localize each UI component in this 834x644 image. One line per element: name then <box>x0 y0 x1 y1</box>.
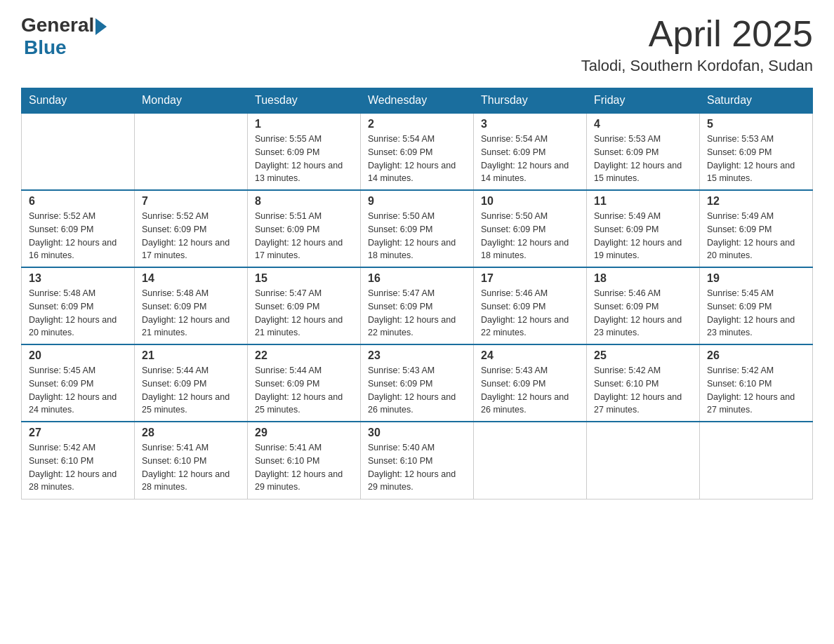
day-number: 23 <box>368 349 466 362</box>
weekday-header-wednesday: Wednesday <box>361 88 474 114</box>
day-number: 2 <box>368 118 466 130</box>
day-number: 22 <box>255 349 353 362</box>
day-number: 6 <box>29 195 127 208</box>
calendar-cell: 4Sunrise: 5:53 AMSunset: 6:09 PMDaylight… <box>587 113 700 190</box>
day-number: 5 <box>707 118 805 130</box>
calendar-cell: 20Sunrise: 5:45 AMSunset: 6:09 PMDayligh… <box>22 344 135 422</box>
day-info: Sunrise: 5:42 AMSunset: 6:10 PMDaylight:… <box>594 364 692 417</box>
day-number: 15 <box>255 272 353 285</box>
day-number: 8 <box>255 195 353 208</box>
logo-blue-text: Blue <box>24 36 67 59</box>
day-number: 10 <box>481 195 579 208</box>
calendar-cell: 22Sunrise: 5:44 AMSunset: 6:09 PMDayligh… <box>248 344 361 422</box>
day-info: Sunrise: 5:49 AMSunset: 6:09 PMDaylight:… <box>594 210 692 262</box>
calendar-cell <box>587 422 700 499</box>
calendar-table: SundayMondayTuesdayWednesdayThursdayFrid… <box>21 88 813 499</box>
day-info: Sunrise: 5:46 AMSunset: 6:09 PMDaylight:… <box>481 287 579 340</box>
day-number: 18 <box>594 272 692 285</box>
calendar-cell: 21Sunrise: 5:44 AMSunset: 6:09 PMDayligh… <box>135 344 248 422</box>
calendar-cell: 1Sunrise: 5:55 AMSunset: 6:09 PMDaylight… <box>248 113 361 190</box>
day-number: 27 <box>29 427 127 439</box>
calendar-cell: 12Sunrise: 5:49 AMSunset: 6:09 PMDayligh… <box>700 190 813 267</box>
day-info: Sunrise: 5:50 AMSunset: 6:09 PMDaylight:… <box>481 210 579 262</box>
day-number: 21 <box>142 349 240 362</box>
page-title: April 2025 <box>581 14 813 54</box>
day-info: Sunrise: 5:45 AMSunset: 6:09 PMDaylight:… <box>29 364 127 417</box>
day-info: Sunrise: 5:50 AMSunset: 6:09 PMDaylight:… <box>368 210 466 262</box>
logo: General Blue <box>21 14 107 59</box>
calendar-cell: 29Sunrise: 5:41 AMSunset: 6:10 PMDayligh… <box>248 422 361 499</box>
weekday-header-saturday: Saturday <box>700 88 813 114</box>
weekday-header-sunday: Sunday <box>22 88 135 114</box>
day-info: Sunrise: 5:53 AMSunset: 6:09 PMDaylight:… <box>707 133 805 185</box>
weekday-header-monday: Monday <box>135 88 248 114</box>
day-info: Sunrise: 5:53 AMSunset: 6:09 PMDaylight:… <box>594 133 692 185</box>
title-section: April 2025 Talodi, Southern Kordofan, Su… <box>581 14 813 75</box>
day-info: Sunrise: 5:47 AMSunset: 6:09 PMDaylight:… <box>255 287 353 340</box>
calendar-cell: 9Sunrise: 5:50 AMSunset: 6:09 PMDaylight… <box>361 190 474 267</box>
day-number: 11 <box>594 195 692 208</box>
day-info: Sunrise: 5:49 AMSunset: 6:09 PMDaylight:… <box>707 210 805 262</box>
calendar-cell: 3Sunrise: 5:54 AMSunset: 6:09 PMDaylight… <box>474 113 587 190</box>
calendar-cell: 15Sunrise: 5:47 AMSunset: 6:09 PMDayligh… <box>248 267 361 344</box>
calendar-week-row: 1Sunrise: 5:55 AMSunset: 6:09 PMDaylight… <box>22 113 813 190</box>
day-info: Sunrise: 5:47 AMSunset: 6:09 PMDaylight:… <box>368 287 466 340</box>
calendar-cell <box>700 422 813 499</box>
logo-general-text: General <box>21 14 94 36</box>
calendar-cell: 23Sunrise: 5:43 AMSunset: 6:09 PMDayligh… <box>361 344 474 422</box>
day-info: Sunrise: 5:44 AMSunset: 6:09 PMDaylight:… <box>255 364 353 417</box>
calendar-cell: 18Sunrise: 5:46 AMSunset: 6:09 PMDayligh… <box>587 267 700 344</box>
day-info: Sunrise: 5:44 AMSunset: 6:09 PMDaylight:… <box>142 364 240 417</box>
day-number: 28 <box>142 427 240 439</box>
day-info: Sunrise: 5:54 AMSunset: 6:09 PMDaylight:… <box>481 133 579 185</box>
calendar-cell: 25Sunrise: 5:42 AMSunset: 6:10 PMDayligh… <box>587 344 700 422</box>
day-info: Sunrise: 5:52 AMSunset: 6:09 PMDaylight:… <box>29 210 127 262</box>
day-info: Sunrise: 5:42 AMSunset: 6:10 PMDaylight:… <box>29 441 127 494</box>
day-number: 4 <box>594 118 692 130</box>
day-number: 7 <box>142 195 240 208</box>
day-info: Sunrise: 5:45 AMSunset: 6:09 PMDaylight:… <box>707 287 805 340</box>
calendar-week-row: 6Sunrise: 5:52 AMSunset: 6:09 PMDaylight… <box>22 190 813 267</box>
calendar-cell: 13Sunrise: 5:48 AMSunset: 6:09 PMDayligh… <box>22 267 135 344</box>
logo-arrow-icon <box>95 18 107 35</box>
day-number: 14 <box>142 272 240 285</box>
calendar-cell <box>474 422 587 499</box>
calendar-cell: 11Sunrise: 5:49 AMSunset: 6:09 PMDayligh… <box>587 190 700 267</box>
day-number: 1 <box>255 118 353 130</box>
calendar-cell: 24Sunrise: 5:43 AMSunset: 6:09 PMDayligh… <box>474 344 587 422</box>
day-info: Sunrise: 5:54 AMSunset: 6:09 PMDaylight:… <box>368 133 466 185</box>
calendar-cell: 30Sunrise: 5:40 AMSunset: 6:10 PMDayligh… <box>361 422 474 499</box>
day-info: Sunrise: 5:41 AMSunset: 6:10 PMDaylight:… <box>142 441 240 494</box>
day-info: Sunrise: 5:52 AMSunset: 6:09 PMDaylight:… <box>142 210 240 262</box>
calendar-cell: 19Sunrise: 5:45 AMSunset: 6:09 PMDayligh… <box>700 267 813 344</box>
day-info: Sunrise: 5:46 AMSunset: 6:09 PMDaylight:… <box>594 287 692 340</box>
day-info: Sunrise: 5:48 AMSunset: 6:09 PMDaylight:… <box>142 287 240 340</box>
calendar-cell: 5Sunrise: 5:53 AMSunset: 6:09 PMDaylight… <box>700 113 813 190</box>
day-number: 13 <box>29 272 127 285</box>
day-info: Sunrise: 5:43 AMSunset: 6:09 PMDaylight:… <box>368 364 466 417</box>
calendar-cell <box>22 113 135 190</box>
weekday-header-thursday: Thursday <box>474 88 587 114</box>
day-info: Sunrise: 5:48 AMSunset: 6:09 PMDaylight:… <box>29 287 127 340</box>
day-info: Sunrise: 5:40 AMSunset: 6:10 PMDaylight:… <box>368 441 466 494</box>
day-number: 9 <box>368 195 466 208</box>
day-number: 3 <box>481 118 579 130</box>
calendar-cell: 2Sunrise: 5:54 AMSunset: 6:09 PMDaylight… <box>361 113 474 190</box>
weekday-header-friday: Friday <box>587 88 700 114</box>
day-number: 26 <box>707 349 805 362</box>
calendar-cell: 10Sunrise: 5:50 AMSunset: 6:09 PMDayligh… <box>474 190 587 267</box>
calendar-cell: 28Sunrise: 5:41 AMSunset: 6:10 PMDayligh… <box>135 422 248 499</box>
day-number: 20 <box>29 349 127 362</box>
day-info: Sunrise: 5:43 AMSunset: 6:09 PMDaylight:… <box>481 364 579 417</box>
day-number: 17 <box>481 272 579 285</box>
day-info: Sunrise: 5:41 AMSunset: 6:10 PMDaylight:… <box>255 441 353 494</box>
subtitle: Talodi, Southern Kordofan, Sudan <box>581 57 813 75</box>
day-info: Sunrise: 5:42 AMSunset: 6:10 PMDaylight:… <box>707 364 805 417</box>
weekday-header-row: SundayMondayTuesdayWednesdayThursdayFrid… <box>22 88 813 114</box>
day-number: 12 <box>707 195 805 208</box>
day-number: 19 <box>707 272 805 285</box>
calendar-week-row: 27Sunrise: 5:42 AMSunset: 6:10 PMDayligh… <box>22 422 813 499</box>
calendar-cell: 26Sunrise: 5:42 AMSunset: 6:10 PMDayligh… <box>700 344 813 422</box>
day-number: 16 <box>368 272 466 285</box>
calendar-week-row: 13Sunrise: 5:48 AMSunset: 6:09 PMDayligh… <box>22 267 813 344</box>
